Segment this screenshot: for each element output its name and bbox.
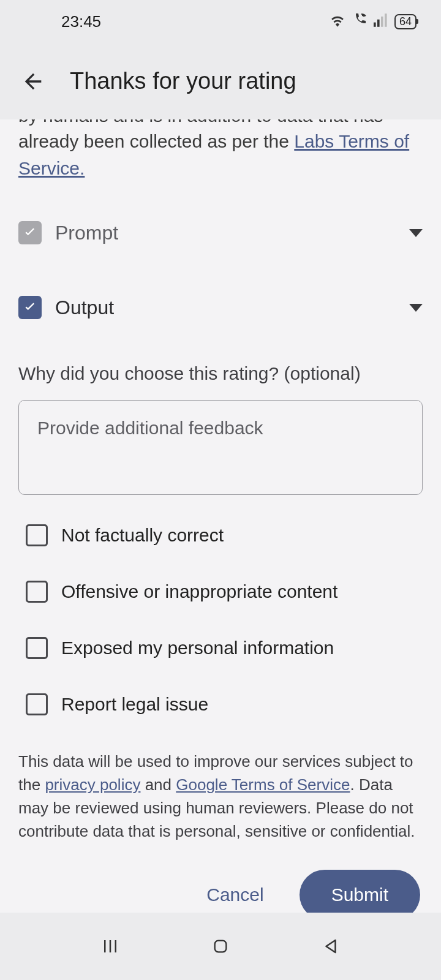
system-nav-bar <box>0 913 441 980</box>
privacy-policy-link[interactable]: privacy policy <box>45 775 140 794</box>
chevron-down-icon[interactable] <box>409 304 423 312</box>
battery-icon: 64 <box>394 14 417 29</box>
feedback-textarea[interactable] <box>18 400 423 495</box>
option-label: Report legal issue <box>61 694 208 715</box>
status-time: 23:45 <box>61 12 101 31</box>
disclaimer-text: This data will be used to improve our se… <box>18 750 423 843</box>
chevron-down-icon[interactable] <box>409 229 423 237</box>
output-section-row[interactable]: Output <box>18 281 423 334</box>
wifi-icon <box>330 12 345 31</box>
svg-rect-7 <box>215 941 227 952</box>
checkbox-icon[interactable] <box>26 693 48 715</box>
option-not-factual[interactable]: Not factually correct <box>18 507 423 564</box>
output-checkbox[interactable] <box>18 296 42 319</box>
option-offensive[interactable]: Offensive or inappropriate content <box>18 564 423 620</box>
action-buttons: Cancel Submit <box>18 870 423 913</box>
status-icons: 64 <box>330 12 417 31</box>
prompt-section-row[interactable]: Prompt <box>18 206 423 259</box>
option-label: Offensive or inappropriate content <box>61 581 337 602</box>
home-button[interactable] <box>208 934 233 959</box>
signal-icon <box>374 12 388 31</box>
content-area: by humans and is in addition to data tha… <box>0 119 441 913</box>
rating-question: Why did you choose this rating? (optiona… <box>18 363 423 384</box>
svg-rect-1 <box>377 19 380 26</box>
svg-rect-3 <box>385 13 387 27</box>
svg-rect-0 <box>374 22 376 26</box>
option-label: Exposed my personal information <box>61 638 334 658</box>
status-bar: 23:45 64 <box>0 0 441 43</box>
recents-button[interactable] <box>98 934 123 959</box>
prompt-checkbox[interactable] <box>18 221 42 244</box>
submit-button[interactable]: Submit <box>300 870 420 913</box>
google-tos-link[interactable]: Google Terms of Service <box>176 775 350 794</box>
checkbox-icon[interactable] <box>26 581 48 603</box>
phone-wifi-icon <box>352 12 368 31</box>
checkbox-icon[interactable] <box>26 524 48 546</box>
back-button[interactable] <box>18 67 48 96</box>
cancel-button[interactable]: Cancel <box>200 873 270 913</box>
option-legal[interactable]: Report legal issue <box>18 676 423 733</box>
output-label: Output <box>55 296 396 319</box>
option-personal-info[interactable]: Exposed my personal information <box>18 620 423 676</box>
option-label: Not factually correct <box>61 525 224 546</box>
prompt-label: Prompt <box>55 222 396 244</box>
checkbox-icon[interactable] <box>26 637 48 659</box>
intro-text: by humans and is in addition to data tha… <box>18 119 423 182</box>
svg-rect-2 <box>381 17 383 27</box>
title-bar: Thanks for your rating <box>0 43 441 119</box>
back-nav-button[interactable] <box>318 934 343 959</box>
page-title: Thanks for your rating <box>70 68 296 94</box>
